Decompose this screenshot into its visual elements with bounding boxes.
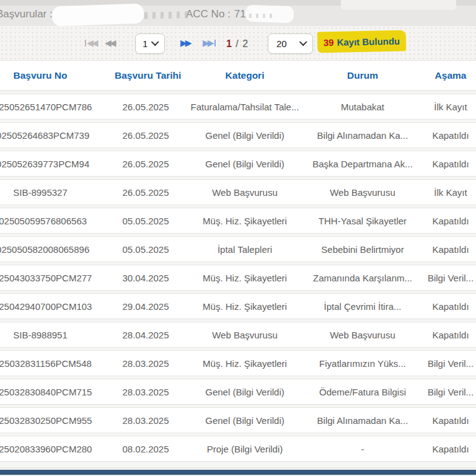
pagination-bar: ◀◀ ◀◀ 1 ▶▶ ▶▶ 1 / 2 20 39 Kayıt Bulundu	[0, 26, 476, 61]
table-row[interactable]: 2025052639773PCM94 26.05.2025 Genel (Bil…	[0, 151, 476, 177]
cell-asama: Kapatıldı	[412, 216, 476, 226]
cell-basvuru-tarihi: 26.05.2025	[115, 187, 177, 198]
cell-durum: Mutabakat	[313, 102, 412, 112]
table-row[interactable]: 2025050582008065896 05.05.2025 İptal Tal…	[0, 236, 476, 262]
cell-basvuru-tarihi: 26.05.2025	[115, 159, 177, 169]
table-row[interactable]: 2025043033750PCM277 30.04.2025 Müş. Hiz.…	[0, 265, 476, 291]
cell-durum: Web Başvurusu	[313, 330, 412, 340]
table-row[interactable]: 202505059576806563 05.05.2025 Müş. Hiz. …	[0, 208, 476, 234]
cell-basvuru-tarihi: 29.04.2025	[115, 301, 177, 312]
cell-asama: Kapatıldı	[412, 330, 476, 340]
cell-asama: Kapatıldı	[412, 301, 476, 312]
cell-durum: Zamanında Karşılanm...	[313, 273, 412, 283]
cell-asama: İlk Kayıt	[412, 187, 476, 198]
cell-basvuru-tarihi: 30.04.2025	[115, 273, 177, 283]
cell-kategori: Müş. Hiz. Şikayetleri	[177, 273, 313, 283]
total-pages: 2	[242, 38, 249, 49]
redacted-text-remnant	[249, 14, 274, 18]
cell-basvuru-tarihi: 05.05.2025	[115, 244, 177, 255]
footer-bar	[0, 467, 476, 476]
footer-navy-bar	[0, 470, 476, 475]
page-size-select[interactable]: 20	[268, 33, 313, 54]
cell-basvuru-no: 2025042940700PCM103	[0, 301, 115, 312]
cell-basvuru-tarihi: 28.04.2025	[115, 330, 177, 340]
cell-durum: THH-Yasal Şikayetler	[313, 216, 412, 226]
table-row[interactable]: 2025032831156PCM548 28.03.2025 Müş. Hiz.…	[0, 350, 476, 376]
cell-basvuru-no: 2025032831156PCM548	[0, 358, 115, 369]
table-header-row: Başvuru No Başvuru Tarihi Kategori Durum…	[0, 61, 476, 91]
table-body: 2025052651470PCM786 26.05.2025 Faturalam…	[0, 91, 476, 462]
cell-basvuru-tarihi: 26.05.2025	[115, 130, 177, 141]
table-row[interactable]: SIB-8995327 26.05.2025 Web Başvurusu Web…	[0, 179, 476, 205]
title-bar: Başvurular : ACC No :711	[0, 0, 476, 26]
cell-basvuru-no: 2025032830840PCM715	[0, 387, 115, 397]
acc-no-caption: ACC No :	[186, 8, 231, 20]
chevron-down-icon	[151, 38, 159, 46]
record-count: 39	[324, 37, 334, 47]
cell-basvuru-no: 2025043033750PCM277	[0, 273, 115, 283]
last-page-bar	[214, 40, 216, 46]
redaction-scribble	[51, 3, 144, 26]
cell-durum: Başka Departmana Ak...	[313, 159, 412, 169]
cell-asama: Kapatıldı	[412, 244, 476, 255]
column-header-kategori[interactable]: Kategori	[177, 70, 313, 81]
column-header-asama[interactable]: Aşama	[412, 70, 476, 81]
applications-table: Başvuru No Başvuru Tarihi Kategori Durum…	[0, 61, 476, 468]
cell-asama: Kapatıldı	[412, 444, 476, 454]
page-title: Başvurular :	[0, 8, 53, 20]
first-page-arrows: ◀◀	[87, 38, 99, 47]
cell-durum: -	[313, 444, 412, 454]
cell-basvuru-tarihi: 26.05.2025	[115, 102, 177, 112]
cell-durum: Fiyatlarımızın Yüks...	[313, 358, 412, 369]
current-page: 1	[226, 38, 232, 49]
cell-asama: Kapatıldı	[412, 159, 476, 169]
cell-asama: Kapatıldı	[412, 130, 476, 141]
cell-kategori: İptal Talepleri	[177, 244, 313, 255]
previous-page-icon[interactable]: ◀◀	[105, 38, 117, 47]
cell-durum: Bilgi Alınamadan Ka...	[313, 130, 412, 141]
record-count-highlight: 39 Kayıt Bulundu	[317, 30, 407, 53]
table-row[interactable]: 2025020833960PCM280 08.02.2025 Proje (Bi…	[0, 436, 476, 462]
cell-kategori: Genel (Bilgi Verildi)	[177, 159, 313, 169]
next-page-icon[interactable]: ▶▶	[180, 38, 192, 47]
column-header-basvuru-tarihi[interactable]: Başvuru Tarihi	[115, 70, 177, 81]
cell-kategori: Müş. Hiz. Şikayetleri	[177, 216, 313, 226]
chevron-down-icon	[299, 38, 307, 46]
first-page-bar	[85, 40, 86, 46]
table-row[interactable]: 2025042940700PCM103 29.04.2025 Müş. Hiz.…	[0, 293, 476, 319]
cell-asama: Bilgi Veril...	[412, 387, 476, 397]
table-row[interactable]: 202505264683PCM739 26.05.2025 Genel (Bil…	[0, 122, 476, 148]
table-row[interactable]: 2025032830840PCM715 28.03.2025 Genel (Bi…	[0, 379, 476, 405]
cell-basvuru-no: 2025052639773PCM94	[0, 159, 115, 169]
acc-no-label: ACC No :711	[186, 8, 251, 20]
cell-kategori: Genel (Bilgi Verildi)	[177, 415, 313, 426]
cell-basvuru-tarihi: 28.03.2025	[115, 415, 177, 426]
cell-asama: Bilgi Veril...	[412, 358, 476, 369]
last-page-icon[interactable]: ▶▶	[203, 38, 216, 47]
column-header-basvuru-no[interactable]: Başvuru No	[0, 70, 115, 81]
last-page-arrows: ▶▶	[203, 38, 214, 47]
cell-basvuru-no: 202505059576806563	[0, 216, 115, 226]
cell-kategori: Müş. Hiz. Şikayetleri	[177, 301, 313, 312]
cell-durum: Sebebini Belirtmiyor	[313, 244, 412, 255]
table-row[interactable]: SIB-8988951 28.04.2025 Web Başvurusu Web…	[0, 322, 476, 348]
page-select-value: 1	[143, 38, 148, 49]
cell-asama: Bilgi Veril...	[412, 273, 476, 283]
next-page-arrows: ▶▶	[180, 38, 192, 47]
cell-basvuru-no: 2025052651470PCM786	[0, 102, 115, 112]
table-row[interactable]: 2025032830250PCM955 28.03.2025 Genel (Bi…	[0, 407, 476, 433]
cell-basvuru-no: 2025032830250PCM955	[0, 415, 115, 426]
cell-basvuru-no: 2025020833960PCM280	[0, 444, 115, 454]
cell-basvuru-no: SIB-8995327	[0, 187, 115, 198]
page-separator: /	[236, 38, 239, 49]
redacted-text-remnant	[144, 11, 190, 19]
column-header-durum[interactable]: Durum	[313, 70, 412, 81]
record-count-label: Kayıt Bulundu	[337, 35, 400, 47]
first-page-icon[interactable]: ◀◀	[85, 38, 99, 47]
cell-kategori: Proje (Bilgi Verildi)	[177, 444, 313, 454]
cell-kategori: Müş. Hiz. Şikayetleri	[177, 358, 313, 369]
page-select[interactable]: 1	[135, 33, 165, 54]
table-row[interactable]: 2025052651470PCM786 26.05.2025 Faturalam…	[0, 94, 476, 120]
window-top-notch	[341, 0, 456, 10]
cell-durum: Ödeme/Fatura Bilgisi	[313, 387, 412, 397]
